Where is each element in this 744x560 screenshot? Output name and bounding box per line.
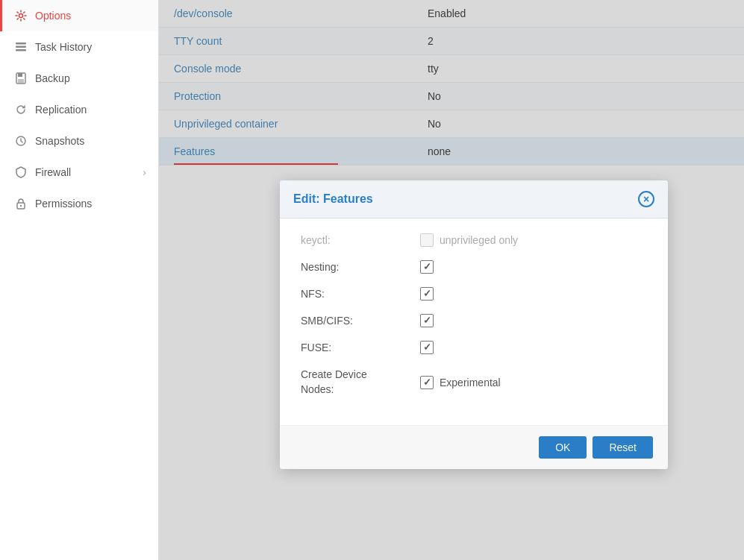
- modal-header: Edit: Features ×: [280, 180, 668, 218]
- sidebar-item-backup[interactable]: Backup: [0, 63, 158, 94]
- form-row-smb-cifs: SMB/CIFS: ✓: [301, 314, 647, 327]
- sidebar-item-permissions[interactable]: Permissions: [0, 188, 158, 219]
- svg-rect-6: [18, 79, 24, 83]
- keyctl-label: keyctl:: [301, 234, 420, 246]
- fuse-control: ✓: [420, 341, 434, 354]
- list-icon: [14, 40, 28, 54]
- svg-point-9: [20, 205, 22, 207]
- keyctl-checkbox[interactable]: [420, 233, 434, 247]
- svg-rect-3: [16, 49, 26, 51]
- main-content: /dev/console Enabled TTY count 2 Console…: [159, 0, 744, 560]
- chevron-right-icon: ›: [143, 166, 146, 178]
- form-row-keyctl: keyctl: unprivileged only: [301, 233, 647, 247]
- sidebar-item-replication-label: Replication: [35, 104, 87, 116]
- form-row-fuse: FUSE: ✓: [301, 341, 647, 354]
- sidebar-item-snapshots[interactable]: Snapshots: [0, 125, 158, 157]
- nesting-control: ✓: [420, 260, 434, 274]
- sync-icon: [14, 103, 28, 116]
- sidebar-item-task-history[interactable]: Task History: [0, 31, 158, 63]
- form-row-nesting: Nesting: ✓: [301, 260, 647, 274]
- smb-cifs-checkbox[interactable]: ✓: [420, 314, 434, 327]
- create-device-nodes-control: ✓ Experimental: [420, 376, 501, 389]
- clock-icon: [14, 134, 28, 148]
- sidebar: Options Task History Backup: [0, 0, 159, 560]
- sidebar-item-options-label: Options: [35, 10, 71, 22]
- sidebar-item-firewall[interactable]: Firewall ›: [0, 157, 158, 188]
- sidebar-item-task-history-label: Task History: [35, 41, 92, 53]
- svg-rect-5: [18, 73, 22, 77]
- svg-rect-1: [16, 43, 26, 45]
- modal-overlay: Edit: Features × keyctl: unprivileged on…: [159, 0, 744, 560]
- modal-close-button[interactable]: ×: [638, 191, 654, 207]
- keyctl-control: unprivileged only: [420, 233, 518, 247]
- sidebar-item-backup-label: Backup: [35, 72, 70, 84]
- sidebar-item-permissions-label: Permissions: [35, 198, 92, 210]
- svg-rect-2: [16, 46, 26, 48]
- create-device-nodes-label: Create DeviceNodes:: [301, 368, 420, 397]
- svg-point-0: [19, 14, 23, 18]
- floppy-icon: [14, 72, 28, 85]
- nfs-label: NFS:: [301, 288, 420, 300]
- modal-title: Edit: Features: [293, 192, 373, 206]
- sidebar-item-firewall-label: Firewall: [35, 166, 71, 178]
- reset-button[interactable]: Reset: [593, 436, 653, 459]
- shield-icon: [14, 166, 28, 179]
- sidebar-item-replication[interactable]: Replication: [0, 94, 158, 125]
- ok-button[interactable]: OK: [539, 436, 587, 459]
- keyctl-extra-label: unprivileged only: [440, 234, 518, 246]
- nfs-checkbox[interactable]: ✓: [420, 287, 434, 301]
- create-device-nodes-extra-label: Experimental: [440, 377, 501, 388]
- smb-cifs-label: SMB/CIFS:: [301, 315, 420, 327]
- sidebar-item-options[interactable]: Options: [0, 0, 158, 31]
- create-device-nodes-checkbox[interactable]: ✓: [420, 376, 434, 389]
- sidebar-item-snapshots-label: Snapshots: [35, 135, 84, 147]
- modal-body: keyctl: unprivileged only Nesting: ✓: [280, 218, 668, 425]
- nesting-label: Nesting:: [301, 261, 420, 273]
- fuse-checkbox[interactable]: ✓: [420, 341, 434, 354]
- modal-footer: OK Reset: [280, 425, 668, 469]
- fuse-label: FUSE:: [301, 342, 420, 353]
- form-row-create-device-nodes: Create DeviceNodes: ✓ Experimental: [301, 368, 647, 397]
- lock-icon: [14, 197, 28, 210]
- smb-cifs-control: ✓: [420, 314, 434, 327]
- gear-icon: [14, 9, 28, 22]
- nfs-control: ✓: [420, 287, 434, 301]
- edit-features-modal: Edit: Features × keyctl: unprivileged on…: [280, 180, 668, 469]
- form-row-nfs: NFS: ✓: [301, 287, 647, 301]
- nesting-checkbox[interactable]: ✓: [420, 260, 434, 274]
